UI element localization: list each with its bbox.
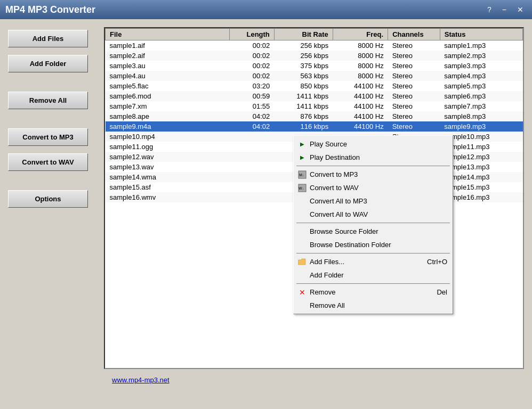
options-button[interactable]: Options <box>8 190 88 208</box>
convert-wav-button[interactable]: Convert to WAV <box>8 153 88 171</box>
menu-separator <box>296 223 450 223</box>
remove-icon: ✕ <box>297 288 308 297</box>
table-row[interactable]: sample6.mod00:591411 kbps44100 HzStereos… <box>106 91 523 101</box>
context-menu-item[interactable]: ▶Play Source <box>294 137 453 151</box>
table-row[interactable]: sample3.au00:02375 kbps8000 HzStereosamp… <box>106 61 523 71</box>
table-cell: 44100 Hz <box>333 81 388 91</box>
context-menu-item[interactable]: Add Files...Ctrl+O <box>294 255 453 268</box>
table-cell: sample3.au <box>106 61 230 71</box>
menu-item-label: Convert All to WAV <box>310 210 368 218</box>
context-menu-item[interactable]: Convert All to WAV <box>294 208 453 221</box>
context-menu-item[interactable]: Browse Destination Folder <box>294 238 453 251</box>
table-cell: 03:20 <box>229 81 274 91</box>
table-cell: 44100 Hz <box>333 101 388 111</box>
table-row[interactable]: sample9.m4a04:02116 kbps44100 HzStereosa… <box>106 121 523 132</box>
menu-item-label: Convert to MP3 <box>310 170 358 178</box>
website-link[interactable]: www.mp4-mp3.net <box>112 376 170 384</box>
wav-icon: W↓ <box>297 184 308 192</box>
table-cell: sample12.wav <box>106 152 230 162</box>
close-button[interactable]: ✕ <box>514 4 527 15</box>
table-cell: sample2.aif <box>106 51 230 61</box>
table-cell: 8000 Hz <box>333 51 388 61</box>
table-cell: 44100 Hz <box>333 121 388 132</box>
context-menu-item[interactable]: Remove All <box>294 299 453 312</box>
table-cell: 563 kbps <box>274 71 333 81</box>
table-cell: 8000 Hz <box>333 61 388 71</box>
table-cell: sample8.ape <box>106 111 230 121</box>
table-cell: 116 kbps <box>274 121 333 132</box>
help-button[interactable]: ? <box>484 4 495 15</box>
convert-mp3-button[interactable]: Convert to MP3 <box>8 128 88 146</box>
context-menu-item[interactable]: W↓Convert to WAV <box>294 181 453 194</box>
menu-separator <box>296 253 450 253</box>
remove-all-button[interactable]: Remove All <box>8 92 88 109</box>
context-menu-item[interactable]: ✕RemoveDel <box>294 285 453 299</box>
mp3-icon: M↓ <box>297 170 308 179</box>
context-menu-item[interactable]: M↓Convert to MP3 <box>294 168 453 181</box>
content-area: File Length Bit Rate Freq. Channels Stat… <box>96 19 532 409</box>
table-cell: sample10.mp4 <box>106 132 230 142</box>
menu-separator <box>296 283 450 284</box>
add-folder-button[interactable]: Add Folder <box>8 55 88 72</box>
menu-item-label: Remove All <box>310 301 345 309</box>
menu-item-label: Play Source <box>310 140 347 148</box>
table-cell: 04:02 <box>229 121 274 132</box>
table-cell: 1411 kbps <box>274 101 333 111</box>
add-files-button[interactable]: Add Files <box>8 30 88 47</box>
col-header-length: Length <box>229 29 274 40</box>
table-cell: sample16.wmv <box>106 192 230 202</box>
table-cell: 850 kbps <box>274 81 333 91</box>
context-menu-item[interactable]: Browse Source Folder <box>294 225 453 238</box>
menu-item-label: Convert All to MP3 <box>310 197 367 205</box>
menu-item-label: Remove <box>310 288 335 296</box>
table-cell: Stereo <box>388 111 440 121</box>
table-cell: sample2.mp3 <box>440 51 522 61</box>
table-cell: 256 kbps <box>274 51 333 61</box>
table-cell: Stereo <box>388 91 440 101</box>
table-row[interactable]: sample7.xm01:551411 kbps44100 HzStereosa… <box>106 101 523 111</box>
menu-item-label: Browse Source Folder <box>310 227 378 235</box>
table-cell: sample9.mp3 <box>440 121 522 132</box>
table-cell: sample15.asf <box>106 182 230 192</box>
menu-separator <box>296 166 450 166</box>
minimize-button[interactable]: − <box>499 4 510 15</box>
table-cell: sample5.mp3 <box>440 81 522 91</box>
context-menu-item[interactable]: Convert All to MP3 <box>294 194 453 208</box>
context-menu-item[interactable]: Add Folder <box>294 268 453 282</box>
table-row[interactable]: sample1.aif00:02256 kbps8000 HzStereosam… <box>106 40 523 51</box>
table-cell: sample1.aif <box>106 40 230 51</box>
table-row[interactable]: sample4.au00:02563 kbps8000 HzStereosamp… <box>106 71 523 81</box>
table-cell: Stereo <box>388 101 440 111</box>
menu-item-label: Play Destination <box>310 153 360 161</box>
table-row[interactable]: sample5.flac03:20850 kbps44100 HzStereos… <box>106 81 523 91</box>
table-cell: Stereo <box>388 40 440 51</box>
footer: www.mp4-mp3.net <box>104 369 524 390</box>
col-header-bitrate: Bit Rate <box>274 29 333 40</box>
table-cell: 8000 Hz <box>333 71 388 81</box>
table-cell: 44100 Hz <box>333 91 388 101</box>
table-cell: sample9.m4a <box>106 121 230 132</box>
table-cell: sample1.mp3 <box>440 40 522 51</box>
table-cell <box>229 162 274 172</box>
table-row[interactable]: sample8.ape04:02876 kbps44100 HzStereosa… <box>106 111 523 121</box>
folder-icon <box>297 258 308 266</box>
menu-item-label: Browse Destination Folder <box>310 241 391 249</box>
table-row[interactable]: sample2.aif00:02256 kbps8000 HzStereosam… <box>106 51 523 61</box>
table-cell: 01:55 <box>229 101 274 111</box>
table-cell: 1411 kbps <box>274 91 333 101</box>
table-cell: Stereo <box>388 71 440 81</box>
table-cell <box>229 132 274 142</box>
table-cell: 876 kbps <box>274 111 333 121</box>
menu-item-label: Convert to WAV <box>310 184 359 192</box>
table-cell: Stereo <box>388 81 440 91</box>
table-cell: 00:02 <box>229 71 274 81</box>
table-cell: sample14.wma <box>106 172 230 182</box>
context-menu-item[interactable]: ▶Play Destination <box>294 151 453 164</box>
table-header-row: File Length Bit Rate Freq. Channels Stat… <box>106 29 523 40</box>
table-cell: sample6.mp3 <box>440 91 522 101</box>
table-cell: sample4.mp3 <box>440 71 522 81</box>
table-cell: Stereo <box>388 61 440 71</box>
table-cell: sample11.ogg <box>106 142 230 152</box>
sidebar: Add Files Add Folder Remove All Convert … <box>0 19 96 409</box>
table-cell <box>229 142 274 152</box>
